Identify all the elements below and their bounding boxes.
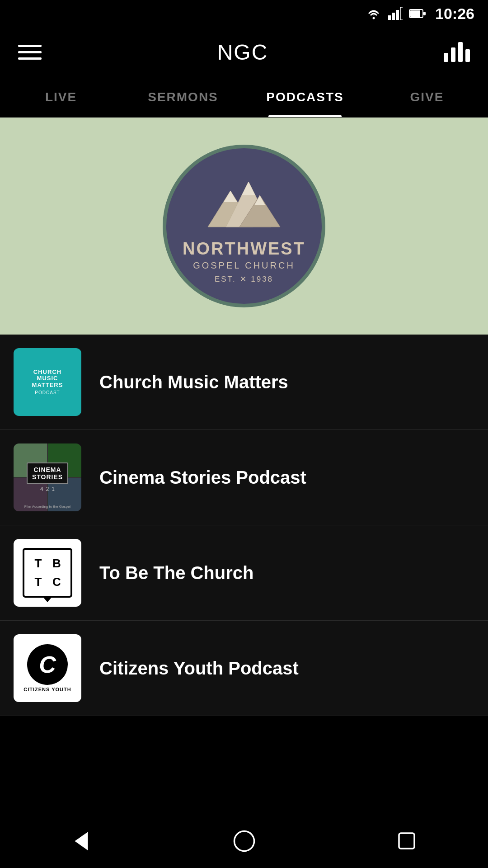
- podcast-thumbnail-church-music: CHURCHMUSICMATTERS PODCAST: [14, 348, 81, 416]
- podcast-thumbnail-tbtc: T B T C: [14, 539, 81, 607]
- podcast-thumbnail-cinema: CINEMASTORIES 421 Film According to the …: [14, 443, 81, 511]
- podcast-list: CHURCHMUSICMATTERS PODCAST Church Music …: [0, 335, 488, 716]
- logo-main-text: NORTHWEST: [183, 240, 305, 259]
- citizens-c-letter: C: [39, 651, 56, 678]
- cinema-overlay: CINEMASTORIES 421: [14, 443, 81, 511]
- wifi-icon: [366, 7, 382, 20]
- tbtc-c: C: [48, 573, 66, 591]
- status-bar: 10:26: [0, 0, 488, 27]
- svg-marker-14: [76, 833, 87, 849]
- svg-rect-2: [392, 13, 395, 20]
- cinema-title: CINEMASTORIES: [27, 462, 68, 484]
- citizens-logo: C: [27, 644, 68, 685]
- menu-button[interactable]: [18, 45, 42, 60]
- bottom-nav: [0, 814, 488, 868]
- svg-marker-11: [224, 191, 237, 202]
- logo-est-text: EST. ✕ 1938: [215, 274, 273, 284]
- podcast-name-citizens: Citizens Youth Podcast: [99, 658, 299, 679]
- svg-rect-16: [399, 833, 414, 849]
- citizens-label: CITIZENS YOUTH: [23, 687, 71, 692]
- back-button[interactable]: [63, 823, 99, 859]
- svg-rect-6: [410, 10, 420, 17]
- tab-podcasts[interactable]: PODCASTS: [244, 77, 366, 117]
- church-logo: NORTHWEST GOSPEL CHURCH EST. ✕ 1938: [163, 145, 325, 307]
- status-icons: 10:26: [366, 5, 474, 23]
- cinema-subtitle: Film According to the Gospel: [14, 505, 81, 509]
- podcast-thumbnail-citizens: C CITIZENS YOUTH: [14, 634, 81, 702]
- podcast-item-tbtc[interactable]: T B T C To Be The Church: [0, 525, 488, 621]
- thumb-text-church: CHURCHMUSICMATTERS: [32, 369, 63, 388]
- tbtc-b: B: [48, 555, 66, 572]
- status-time: 10:26: [435, 5, 474, 23]
- tbtc-grid: T B T C: [29, 555, 66, 591]
- battery-icon: [409, 9, 426, 19]
- tbtc-t1: T: [29, 555, 47, 572]
- tab-give[interactable]: GIVE: [366, 77, 488, 117]
- header: NGC: [0, 27, 488, 77]
- podcast-name-cinema: Cinema Stories Podcast: [99, 467, 306, 488]
- tab-live[interactable]: LIVE: [0, 77, 122, 117]
- svg-point-15: [234, 831, 254, 851]
- hero-banner: NORTHWEST GOSPEL CHURCH EST. ✕ 1938: [0, 118, 488, 335]
- thumb-label-podcast: PODCAST: [35, 390, 60, 395]
- podcast-name-church-music: Church Music Matters: [99, 372, 288, 392]
- svg-rect-4: [400, 7, 403, 20]
- podcast-item-cinema[interactable]: CINEMASTORIES 421 Film According to the …: [0, 430, 488, 525]
- svg-point-0: [373, 17, 375, 19]
- recent-button[interactable]: [389, 823, 425, 859]
- svg-marker-12: [242, 182, 255, 195]
- chart-icon[interactable]: [444, 42, 470, 62]
- svg-rect-1: [388, 15, 391, 20]
- podcast-item-church-music[interactable]: CHURCHMUSICMATTERS PODCAST Church Music …: [0, 335, 488, 430]
- nav-tabs: LIVE SERMONS PODCASTS GIVE: [0, 77, 488, 118]
- signal-icon: [388, 7, 403, 20]
- tab-sermons[interactable]: SERMONS: [122, 77, 244, 117]
- home-button[interactable]: [226, 823, 262, 859]
- tbtc-t2: T: [29, 573, 47, 591]
- svg-rect-3: [396, 10, 399, 20]
- tbtc-bubble-tail: [42, 596, 53, 602]
- podcast-name-tbtc: To Be The Church: [99, 563, 253, 583]
- cinema-numbers: 421: [40, 486, 55, 492]
- logo-sub-text: GOSPEL CHURCH: [193, 260, 295, 271]
- mountain-graphic: [194, 168, 294, 236]
- app-title: NGC: [217, 40, 268, 65]
- svg-rect-7: [423, 12, 426, 15]
- tbtc-logo-border: T B T C: [23, 548, 72, 598]
- podcast-item-citizens[interactable]: C CITIZENS YOUTH Citizens Youth Podcast: [0, 621, 488, 716]
